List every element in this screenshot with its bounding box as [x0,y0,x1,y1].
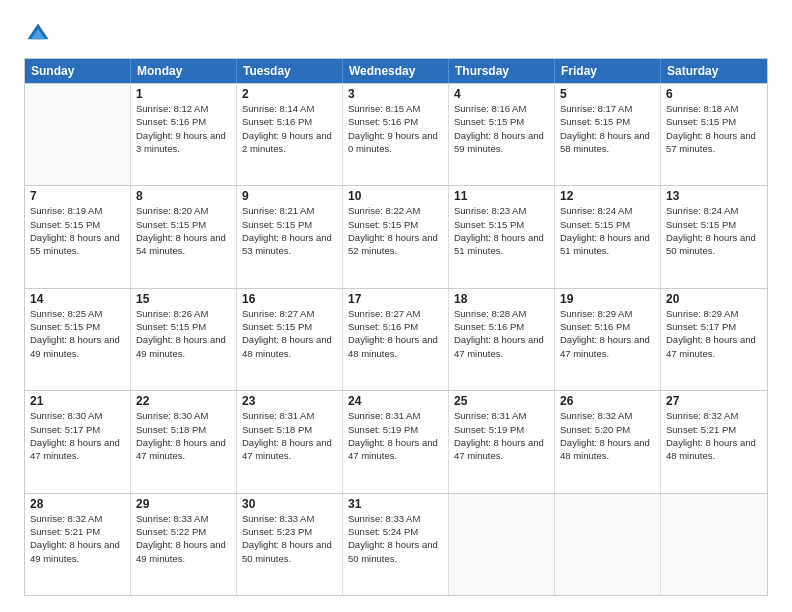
calendar-week-row: 7Sunrise: 8:19 AM Sunset: 5:15 PM Daylig… [25,185,767,287]
calendar-header-cell: Wednesday [343,59,449,83]
calendar-cell: 7Sunrise: 8:19 AM Sunset: 5:15 PM Daylig… [25,186,131,287]
calendar-cell: 30Sunrise: 8:33 AM Sunset: 5:23 PM Dayli… [237,494,343,595]
day-number: 28 [30,497,125,511]
calendar-cell: 8Sunrise: 8:20 AM Sunset: 5:15 PM Daylig… [131,186,237,287]
day-number: 27 [666,394,762,408]
calendar-cell [555,494,661,595]
calendar-cell: 21Sunrise: 8:30 AM Sunset: 5:17 PM Dayli… [25,391,131,492]
day-number: 11 [454,189,549,203]
calendar-cell: 18Sunrise: 8:28 AM Sunset: 5:16 PM Dayli… [449,289,555,390]
day-info: Sunrise: 8:31 AM Sunset: 5:18 PM Dayligh… [242,409,337,462]
day-number: 23 [242,394,337,408]
header [24,20,768,48]
calendar-cell: 26Sunrise: 8:32 AM Sunset: 5:20 PM Dayli… [555,391,661,492]
day-info: Sunrise: 8:32 AM Sunset: 5:20 PM Dayligh… [560,409,655,462]
calendar-week-row: 1Sunrise: 8:12 AM Sunset: 5:16 PM Daylig… [25,83,767,185]
day-info: Sunrise: 8:27 AM Sunset: 5:16 PM Dayligh… [348,307,443,360]
day-number: 31 [348,497,443,511]
day-number: 25 [454,394,549,408]
calendar-cell: 29Sunrise: 8:33 AM Sunset: 5:22 PM Dayli… [131,494,237,595]
day-number: 17 [348,292,443,306]
day-info: Sunrise: 8:20 AM Sunset: 5:15 PM Dayligh… [136,204,231,257]
day-info: Sunrise: 8:26 AM Sunset: 5:15 PM Dayligh… [136,307,231,360]
day-number: 21 [30,394,125,408]
day-info: Sunrise: 8:30 AM Sunset: 5:18 PM Dayligh… [136,409,231,462]
calendar-cell: 4Sunrise: 8:16 AM Sunset: 5:15 PM Daylig… [449,84,555,185]
day-number: 8 [136,189,231,203]
calendar-cell: 17Sunrise: 8:27 AM Sunset: 5:16 PM Dayli… [343,289,449,390]
day-info: Sunrise: 8:33 AM Sunset: 5:24 PM Dayligh… [348,512,443,565]
day-info: Sunrise: 8:29 AM Sunset: 5:16 PM Dayligh… [560,307,655,360]
day-info: Sunrise: 8:24 AM Sunset: 5:15 PM Dayligh… [666,204,762,257]
day-number: 30 [242,497,337,511]
calendar-cell [661,494,767,595]
calendar: SundayMondayTuesdayWednesdayThursdayFrid… [24,58,768,596]
day-info: Sunrise: 8:31 AM Sunset: 5:19 PM Dayligh… [348,409,443,462]
page: SundayMondayTuesdayWednesdayThursdayFrid… [0,0,792,612]
day-number: 10 [348,189,443,203]
calendar-cell: 22Sunrise: 8:30 AM Sunset: 5:18 PM Dayli… [131,391,237,492]
calendar-header-cell: Tuesday [237,59,343,83]
calendar-body: 1Sunrise: 8:12 AM Sunset: 5:16 PM Daylig… [25,83,767,595]
day-info: Sunrise: 8:12 AM Sunset: 5:16 PM Dayligh… [136,102,231,155]
calendar-header-cell: Monday [131,59,237,83]
calendar-cell: 25Sunrise: 8:31 AM Sunset: 5:19 PM Dayli… [449,391,555,492]
day-number: 13 [666,189,762,203]
day-number: 26 [560,394,655,408]
calendar-cell: 3Sunrise: 8:15 AM Sunset: 5:16 PM Daylig… [343,84,449,185]
day-info: Sunrise: 8:18 AM Sunset: 5:15 PM Dayligh… [666,102,762,155]
calendar-cell: 23Sunrise: 8:31 AM Sunset: 5:18 PM Dayli… [237,391,343,492]
day-number: 12 [560,189,655,203]
calendar-week-row: 14Sunrise: 8:25 AM Sunset: 5:15 PM Dayli… [25,288,767,390]
day-number: 1 [136,87,231,101]
calendar-cell: 6Sunrise: 8:18 AM Sunset: 5:15 PM Daylig… [661,84,767,185]
day-info: Sunrise: 8:29 AM Sunset: 5:17 PM Dayligh… [666,307,762,360]
day-number: 14 [30,292,125,306]
day-number: 3 [348,87,443,101]
calendar-cell: 10Sunrise: 8:22 AM Sunset: 5:15 PM Dayli… [343,186,449,287]
day-number: 24 [348,394,443,408]
calendar-cell: 15Sunrise: 8:26 AM Sunset: 5:15 PM Dayli… [131,289,237,390]
calendar-cell: 24Sunrise: 8:31 AM Sunset: 5:19 PM Dayli… [343,391,449,492]
day-number: 22 [136,394,231,408]
calendar-cell: 31Sunrise: 8:33 AM Sunset: 5:24 PM Dayli… [343,494,449,595]
calendar-cell: 19Sunrise: 8:29 AM Sunset: 5:16 PM Dayli… [555,289,661,390]
day-info: Sunrise: 8:22 AM Sunset: 5:15 PM Dayligh… [348,204,443,257]
day-info: Sunrise: 8:16 AM Sunset: 5:15 PM Dayligh… [454,102,549,155]
day-number: 4 [454,87,549,101]
day-info: Sunrise: 8:24 AM Sunset: 5:15 PM Dayligh… [560,204,655,257]
calendar-cell: 20Sunrise: 8:29 AM Sunset: 5:17 PM Dayli… [661,289,767,390]
calendar-cell: 27Sunrise: 8:32 AM Sunset: 5:21 PM Dayli… [661,391,767,492]
day-info: Sunrise: 8:19 AM Sunset: 5:15 PM Dayligh… [30,204,125,257]
day-number: 19 [560,292,655,306]
calendar-cell: 9Sunrise: 8:21 AM Sunset: 5:15 PM Daylig… [237,186,343,287]
calendar-cell: 11Sunrise: 8:23 AM Sunset: 5:15 PM Dayli… [449,186,555,287]
day-info: Sunrise: 8:33 AM Sunset: 5:23 PM Dayligh… [242,512,337,565]
day-number: 15 [136,292,231,306]
calendar-week-row: 28Sunrise: 8:32 AM Sunset: 5:21 PM Dayli… [25,493,767,595]
calendar-cell: 2Sunrise: 8:14 AM Sunset: 5:16 PM Daylig… [237,84,343,185]
day-info: Sunrise: 8:27 AM Sunset: 5:15 PM Dayligh… [242,307,337,360]
day-number: 7 [30,189,125,203]
calendar-cell [25,84,131,185]
day-number: 5 [560,87,655,101]
day-number: 16 [242,292,337,306]
day-info: Sunrise: 8:23 AM Sunset: 5:15 PM Dayligh… [454,204,549,257]
day-info: Sunrise: 8:17 AM Sunset: 5:15 PM Dayligh… [560,102,655,155]
day-info: Sunrise: 8:31 AM Sunset: 5:19 PM Dayligh… [454,409,549,462]
calendar-cell: 16Sunrise: 8:27 AM Sunset: 5:15 PM Dayli… [237,289,343,390]
day-number: 6 [666,87,762,101]
calendar-cell: 5Sunrise: 8:17 AM Sunset: 5:15 PM Daylig… [555,84,661,185]
calendar-cell: 14Sunrise: 8:25 AM Sunset: 5:15 PM Dayli… [25,289,131,390]
logo [24,20,56,48]
day-info: Sunrise: 8:21 AM Sunset: 5:15 PM Dayligh… [242,204,337,257]
calendar-header-cell: Saturday [661,59,767,83]
calendar-cell: 1Sunrise: 8:12 AM Sunset: 5:16 PM Daylig… [131,84,237,185]
calendar-header-cell: Thursday [449,59,555,83]
day-number: 29 [136,497,231,511]
calendar-header-cell: Sunday [25,59,131,83]
day-info: Sunrise: 8:15 AM Sunset: 5:16 PM Dayligh… [348,102,443,155]
calendar-cell: 13Sunrise: 8:24 AM Sunset: 5:15 PM Dayli… [661,186,767,287]
calendar-header-row: SundayMondayTuesdayWednesdayThursdayFrid… [25,59,767,83]
day-info: Sunrise: 8:28 AM Sunset: 5:16 PM Dayligh… [454,307,549,360]
